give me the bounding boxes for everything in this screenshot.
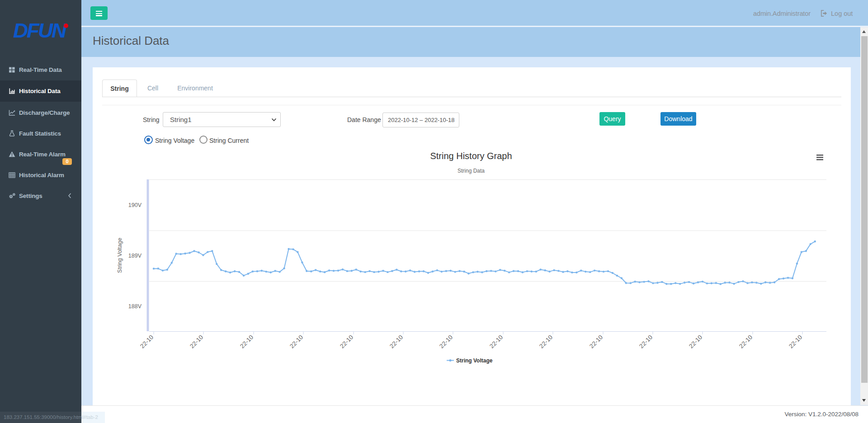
svg-text:22-10: 22-10 bbox=[139, 334, 155, 350]
svg-text:22-10: 22-10 bbox=[388, 334, 404, 350]
svg-text:22-10: 22-10 bbox=[339, 334, 354, 350]
svg-text:190V: 190V bbox=[128, 202, 142, 208]
svg-text:String Voltage: String Voltage bbox=[456, 357, 493, 364]
svg-text:22-10: 22-10 bbox=[538, 334, 554, 350]
svg-text:22-10: 22-10 bbox=[638, 334, 654, 350]
svg-text:22-10: 22-10 bbox=[688, 334, 703, 350]
svg-text:String Voltage: String Voltage bbox=[117, 238, 123, 273]
svg-text:188V: 188V bbox=[128, 303, 142, 310]
svg-text:String History Graph: String History Graph bbox=[430, 151, 512, 161]
svg-text:22-10: 22-10 bbox=[438, 334, 454, 350]
svg-text:String Data: String Data bbox=[458, 168, 485, 174]
svg-text:22-10: 22-10 bbox=[288, 334, 304, 350]
svg-text:22-10: 22-10 bbox=[788, 334, 803, 350]
svg-text:22-10: 22-10 bbox=[239, 334, 255, 350]
svg-text:22-10: 22-10 bbox=[488, 334, 504, 350]
svg-text:22-10: 22-10 bbox=[189, 334, 204, 350]
svg-text:22-10: 22-10 bbox=[738, 334, 754, 350]
svg-text:22-10: 22-10 bbox=[588, 334, 604, 350]
svg-text:189V: 189V bbox=[128, 253, 142, 259]
